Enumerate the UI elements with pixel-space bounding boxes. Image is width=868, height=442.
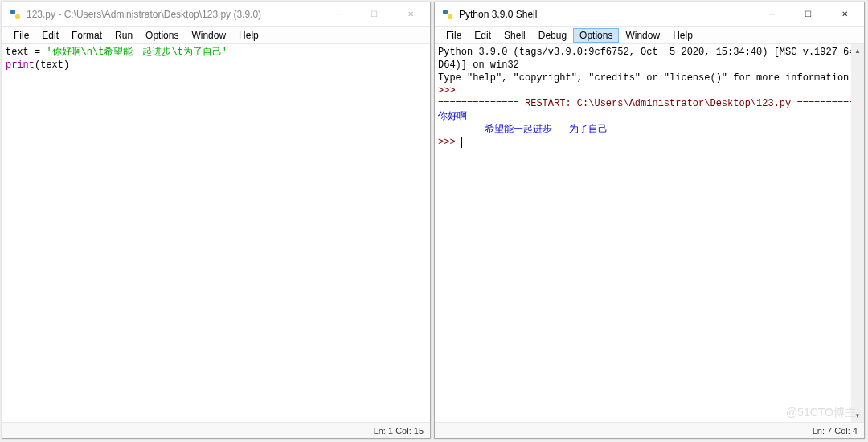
shell-banner-2: D64)] on win32 xyxy=(438,59,519,71)
shell-prompt-2: >>> xyxy=(438,137,461,148)
shell-titlebar[interactable]: Python 3.9.0 Shell ─ ☐ ✕ xyxy=(435,2,864,27)
shell-output-1: 你好啊 xyxy=(438,111,467,122)
shell-title-text: Python 3.9.0 Shell xyxy=(459,9,754,20)
menu-file[interactable]: File xyxy=(440,28,468,43)
menu-help[interactable]: Help xyxy=(232,28,265,43)
editor-window-controls: ─ ☐ ✕ xyxy=(320,3,428,26)
maximize-button[interactable]: ☐ xyxy=(790,3,826,26)
menu-edit[interactable]: Edit xyxy=(35,28,65,43)
svg-rect-0 xyxy=(10,10,15,14)
menu-window[interactable]: Window xyxy=(619,28,666,43)
svg-rect-2 xyxy=(443,10,448,14)
shell-scrollbar[interactable]: ▲ ▼ xyxy=(851,44,864,422)
shell-output-2: 希望能一起进步 为了自己 xyxy=(438,124,608,135)
editor-titlebar[interactable]: 123.py - C:\Users\Administrator\Desktop\… xyxy=(2,2,430,27)
editor-cursor-pos: Ln: 1 Col: 15 xyxy=(374,426,424,436)
menu-options[interactable]: Options xyxy=(573,28,619,43)
menu-options[interactable]: Options xyxy=(139,28,185,43)
text-cursor xyxy=(461,137,462,148)
menu-run[interactable]: Run xyxy=(108,28,139,43)
editor-menubar: File Edit Format Run Options Window Help xyxy=(2,27,430,44)
shell-menubar: File Edit Shell Debug Options Window Hel… xyxy=(435,27,864,44)
code-paren-close: ) xyxy=(63,59,69,71)
code-eq: = xyxy=(35,47,46,58)
python-icon xyxy=(9,8,22,21)
code-arg: text xyxy=(40,59,63,71)
svg-rect-1 xyxy=(15,14,20,19)
shell-window: Python 3.9.0 Shell ─ ☐ ✕ File Edit Shell… xyxy=(434,2,865,439)
close-button[interactable]: ✕ xyxy=(826,3,862,26)
menu-window[interactable]: Window xyxy=(185,28,232,43)
menu-format[interactable]: Format xyxy=(65,28,108,43)
close-button[interactable]: ✕ xyxy=(392,3,428,26)
menu-edit[interactable]: Edit xyxy=(468,28,497,43)
code-string: '你好啊\n\t希望能一起进步\t为了自己' xyxy=(46,47,227,58)
code-print: print xyxy=(6,59,35,71)
menu-shell[interactable]: Shell xyxy=(497,28,532,43)
shell-output-area[interactable]: Python 3.9.0 (tags/v3.9.0:9cf6752, Oct 5… xyxy=(435,44,864,422)
shell-cursor-pos: Ln: 7 Col: 4 xyxy=(813,426,858,436)
shell-banner-1: Python 3.9.0 (tags/v3.9.0:9cf6752, Oct 5… xyxy=(438,47,864,58)
shell-restart-line: ============== RESTART: C:\Users\Adminis… xyxy=(438,98,864,109)
editor-code-area[interactable]: text = '你好啊\n\t希望能一起进步\t为了自己' print(text… xyxy=(2,44,430,422)
shell-window-controls: ─ ☐ ✕ xyxy=(754,3,862,26)
editor-title-text: 123.py - C:\Users\Administrator\Desktop\… xyxy=(27,9,320,20)
python-icon xyxy=(441,8,454,21)
svg-rect-3 xyxy=(448,14,452,19)
scroll-track[interactable] xyxy=(851,57,864,409)
shell-banner-3: Type "help", "copyright", "credits" or "… xyxy=(438,72,854,84)
minimize-button[interactable]: ─ xyxy=(320,3,356,26)
shell-prompt: >>> xyxy=(438,85,461,96)
code-var: text xyxy=(6,47,35,58)
scroll-down-icon[interactable]: ▼ xyxy=(851,409,864,422)
editor-window: 123.py - C:\Users\Administrator\Desktop\… xyxy=(2,2,431,439)
scroll-up-icon[interactable]: ▲ xyxy=(851,44,864,57)
editor-statusbar: Ln: 1 Col: 15 xyxy=(2,422,430,438)
menu-file[interactable]: File xyxy=(7,28,35,43)
menu-debug[interactable]: Debug xyxy=(532,28,573,43)
menu-help[interactable]: Help xyxy=(666,28,699,43)
maximize-button[interactable]: ☐ xyxy=(356,3,392,26)
shell-statusbar: Ln: 7 Col: 4 xyxy=(435,422,864,438)
minimize-button[interactable]: ─ xyxy=(754,3,790,26)
